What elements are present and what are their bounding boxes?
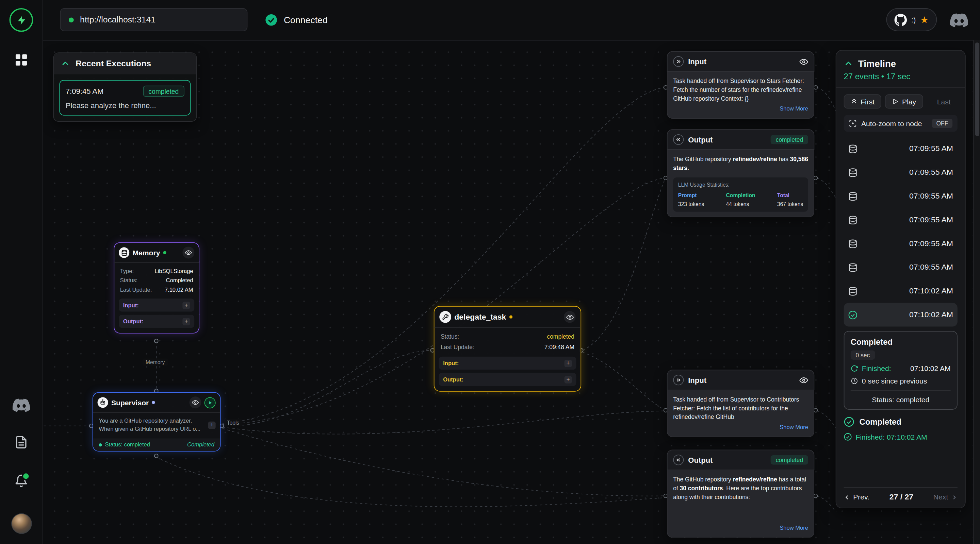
discord-icon[interactable] (950, 11, 968, 29)
eye-icon[interactable] (182, 247, 194, 259)
event-time: 07:09:55 AM (909, 263, 953, 272)
timeline-event[interactable]: 07:09:55 AM (844, 255, 958, 279)
field-label: Last Update: (441, 343, 474, 350)
next-button[interactable]: Next (933, 493, 958, 501)
delegate-task-node[interactable]: delegate_task Status:completed Last Upda… (434, 306, 581, 392)
app-logo-lightning-icon[interactable] (10, 8, 33, 32)
input-panel-stars: Input Task handed off from Supervisor to… (667, 51, 814, 119)
discord-icon[interactable] (13, 397, 30, 414)
completed-badge: completed (771, 455, 808, 465)
run-agent-play-button[interactable] (205, 397, 216, 408)
chevrons-up-icon (851, 98, 858, 105)
event-time: 07:09:55 AM (909, 168, 953, 177)
github-star-button[interactable]: :) ★ (886, 8, 937, 31)
event-time: 07:09:55 AM (909, 239, 953, 248)
timeline-summary: 27 events • 17 sec (844, 72, 958, 81)
apps-grid-icon[interactable] (14, 52, 29, 67)
timeline-event[interactable]: 07:09:55 AM (844, 160, 958, 184)
recent-executions-panel: Recent Executions 7:09:45 AM completed P… (53, 52, 197, 122)
timeline-event[interactable]: 07:09:55 AM (844, 208, 958, 232)
delegate-task-title: delegate_task (454, 312, 506, 321)
database-icon (848, 144, 858, 153)
bot-icon (98, 397, 108, 408)
github-icon (894, 13, 907, 26)
expand-plus-icon[interactable]: + (565, 376, 572, 383)
field-label: Status: (120, 277, 137, 283)
database-icon (848, 262, 858, 272)
chevrons-left-icon (673, 455, 684, 465)
app-window: Memory Tools Recent Executions 7:09:45 A… (0, 0, 980, 544)
eye-icon[interactable] (189, 397, 202, 408)
eye-icon[interactable] (799, 376, 808, 385)
refresh-icon (851, 365, 858, 372)
llm-stats-title: LLM Usage Statistics: (678, 181, 803, 189)
edge-label-tools: Tools (224, 419, 243, 427)
expand-plus-icon[interactable]: + (182, 317, 190, 325)
docs-file-icon[interactable] (14, 435, 28, 449)
field-value: completed (547, 333, 574, 339)
timeline-event[interactable]: 07:09:55 AM (844, 137, 958, 160)
chevrons-right-icon (673, 375, 684, 385)
scrollbar-thumb[interactable] (975, 43, 979, 136)
eye-icon[interactable] (799, 57, 808, 66)
play-button[interactable]: Play (885, 94, 923, 108)
collapse-chevron-icon[interactable] (60, 59, 70, 68)
supervisor-node[interactable]: Supervisor You are a GitHub repository a… (92, 392, 221, 452)
memory-node[interactable]: Memory Type:LibSQLStorage Status:Complet… (114, 243, 199, 333)
show-more-link[interactable]: Show More (673, 423, 808, 432)
memory-output-row[interactable]: Output: + (119, 315, 194, 328)
server-url-field[interactable]: http://localhost:3141 (60, 8, 247, 31)
input-message: Task handed off from Supervisor to Contr… (673, 396, 799, 420)
show-more-link[interactable]: Show More (673, 105, 808, 113)
chevrons-left-icon (673, 134, 684, 145)
timeline-event-selected[interactable]: 07:10:02 AM (844, 303, 958, 327)
supervisor-status-dot (152, 401, 155, 404)
delegate-status-dot (509, 316, 512, 319)
execution-status-badge: completed (143, 86, 185, 97)
expand-plus-icon[interactable]: + (182, 301, 190, 309)
prev-button[interactable]: Prev. (844, 493, 869, 501)
execution-card[interactable]: 7:09:45 AM completed Please analyze the … (59, 80, 191, 116)
first-button[interactable]: First (844, 94, 882, 108)
output-panel-contributors: Output completed The GitHub repository r… (667, 449, 814, 538)
output-label: Output: (443, 376, 463, 382)
llm-stat-completion: Completion 44 tokens (726, 192, 756, 208)
database-icon (848, 215, 858, 225)
notification-dot (22, 472, 30, 481)
eye-icon[interactable] (564, 311, 576, 323)
edge-label-memory: Memory (143, 358, 168, 366)
clock-icon (851, 377, 858, 385)
flow-canvas[interactable]: Memory Tools Recent Executions 7:09:45 A… (43, 40, 980, 544)
supervisor-status-bar: Status: completed Completed (93, 439, 220, 451)
timeline-event[interactable]: 07:09:55 AM (844, 232, 958, 255)
last-button[interactable]: Last (930, 94, 958, 108)
output-panel-stars: Output completed The GitHub repository r… (667, 129, 814, 217)
event-time: 07:10:02 AM (909, 311, 953, 319)
timeline-event[interactable]: 07:09:55 AM (844, 184, 958, 208)
check-circle-icon (265, 14, 278, 26)
user-avatar[interactable] (11, 514, 32, 534)
memory-input-row[interactable]: Input: + (119, 298, 194, 312)
field-value: 7:10:02 AM (165, 286, 193, 292)
show-more-link[interactable]: Show More (673, 524, 808, 532)
auto-zoom-toggle[interactable]: Auto-zoom to node OFF (844, 115, 958, 132)
github-label: :) (911, 15, 916, 24)
since-previous: 0 sec since previous (862, 377, 927, 385)
input-message: Task handed off from Supervisor to Stars… (673, 78, 804, 102)
delegate-input-row[interactable]: Input: + (439, 357, 576, 370)
field-value: Completed (166, 277, 193, 283)
execution-preview: Please analyze the refine... (66, 102, 185, 110)
next-event-header[interactable]: Completed (844, 417, 958, 427)
recent-executions-title: Recent Executions (76, 59, 151, 68)
timeline-event[interactable]: 07:10:02 AM (844, 279, 958, 303)
next-event-title: Completed (859, 417, 901, 427)
expand-plus-icon[interactable]: + (208, 422, 216, 429)
expand-plus-icon[interactable]: + (565, 359, 572, 367)
status-value: Completed (187, 442, 215, 448)
notifications-bell-icon[interactable] (14, 474, 28, 488)
status-dot (99, 443, 102, 446)
delegate-output-row[interactable]: Output: + (439, 373, 576, 386)
collapse-chevron-icon[interactable] (844, 59, 853, 68)
check-circle-icon (844, 417, 854, 427)
vertical-scrollbar[interactable] (973, 40, 980, 544)
